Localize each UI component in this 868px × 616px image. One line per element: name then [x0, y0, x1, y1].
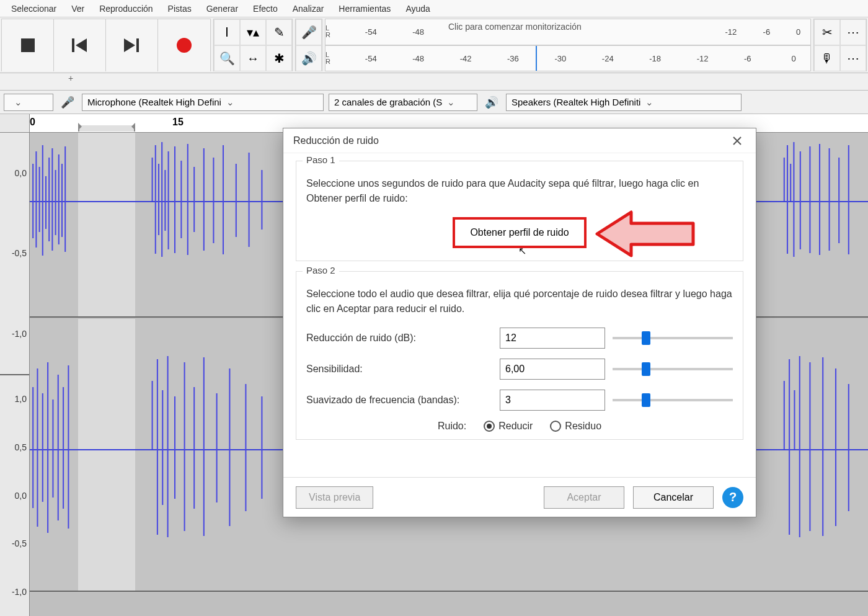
- draw-tool-icon[interactable]: ✎: [266, 19, 292, 45]
- preview-button[interactable]: Vista previa: [296, 486, 373, 509]
- sensitivity-slider[interactable]: [613, 362, 733, 377]
- chevron-down-icon: ⌄: [447, 97, 455, 108]
- recording-channels-combo[interactable]: 2 canales de grabación (S⌄: [329, 94, 477, 111]
- noise-reduction-label: Reducción de ruido (dB):: [306, 333, 492, 344]
- lr-labels: LR: [326, 51, 337, 65]
- dialog-titlebar[interactable]: Reducción de ruido: [283, 128, 756, 153]
- scale-label: -0,5: [12, 248, 27, 258]
- playback-device-combo[interactable]: Speakers (Realtek High Definiti⌄: [506, 94, 742, 111]
- ruler-tick: 0: [30, 117, 35, 128]
- monitor-hint[interactable]: Clic para comenzar monitorización: [448, 22, 582, 32]
- radio-unchecked-icon: [550, 421, 561, 432]
- record-button[interactable]: [158, 19, 210, 71]
- scale-label: -1,0: [12, 329, 27, 339]
- meter-tick: -24: [602, 53, 614, 63]
- edit-tools: Ⅰ ▾▴ ✎ 🔍 ↔ ✱: [213, 19, 293, 71]
- more-icon[interactable]: ⋯: [840, 19, 866, 45]
- sensitivity-input[interactable]: [500, 359, 605, 380]
- step1-text: Seleccione unos segundos de ruido para q…: [306, 176, 733, 206]
- smoothing-input[interactable]: [500, 390, 605, 411]
- audio-host-combo[interactable]: ⌄: [4, 94, 53, 111]
- recording-meter[interactable]: LR -54 -48 Clic para comenzar monitoriza…: [325, 19, 811, 45]
- selection-tool-icon[interactable]: Ⅰ: [214, 19, 240, 45]
- radio-residue[interactable]: Residuo: [550, 421, 601, 432]
- menu-ayuda[interactable]: Ayuda: [398, 1, 437, 16]
- close-button[interactable]: [728, 132, 746, 150]
- svg-marker-3: [124, 38, 135, 52]
- scale-label: 0,0: [15, 168, 27, 178]
- ruler-corner: [0, 114, 30, 133]
- multi-tool-icon[interactable]: ✱: [266, 45, 292, 71]
- radio-reduce[interactable]: Reducir: [484, 421, 533, 432]
- step1-legend: Paso 1: [303, 154, 339, 165]
- scale-label: -1,0: [12, 587, 27, 597]
- help-button[interactable]: ?: [722, 487, 743, 508]
- noise-reduction-input[interactable]: [500, 328, 605, 349]
- dialog-title: Reducción de ruido: [293, 135, 379, 146]
- meter-tick: -6: [744, 53, 751, 63]
- clip-tools: ✂ ⋯ 🎙 ⋯: [813, 19, 867, 71]
- recording-device-combo[interactable]: Microphone (Realtek High Defini⌄: [82, 94, 324, 111]
- overflow-icon[interactable]: ⋯: [840, 45, 866, 71]
- menu-ver[interactable]: Ver: [64, 1, 92, 16]
- skip-end-button[interactable]: [106, 19, 158, 71]
- step2-text: Seleccione todo el audio que desea filtr…: [306, 287, 733, 316]
- mic-icon[interactable]: 🎤: [296, 19, 322, 45]
- toolbar: Ⅰ ▾▴ ✎ 🔍 ↔ ✱ 🎤 🔊 LR -54 -48 Clic para co…: [0, 17, 868, 73]
- menu-reproduccion[interactable]: Reproducción: [92, 1, 160, 16]
- menu-analizar[interactable]: Analizar: [285, 1, 332, 16]
- stop-button[interactable]: [2, 19, 54, 71]
- menu-bar: Seleccionar Ver Reproducción Pistas Gene…: [0, 0, 868, 17]
- menu-generar[interactable]: Generar: [199, 1, 246, 16]
- ruler-tick: 15: [172, 117, 184, 128]
- smoothing-label: Suavizado de frecuencia (bandas):: [306, 395, 492, 406]
- scale-label: -0,5: [12, 538, 27, 548]
- noise-reduction-dialog: Reducción de ruido Paso 1 Seleccione uno…: [283, 128, 756, 517]
- noise-reduction-slider[interactable]: [613, 331, 733, 346]
- close-icon: [733, 136, 742, 145]
- menu-herramientas[interactable]: Herramientas: [331, 1, 398, 16]
- meters: LR -54 -48 Clic para comenzar monitoriza…: [325, 19, 811, 71]
- chevron-down-icon: ⌄: [226, 97, 234, 108]
- mic-small-icon[interactable]: 🎙: [814, 45, 840, 71]
- meter-tick: 0: [791, 53, 795, 63]
- get-noise-profile-button[interactable]: Obtener perfil de ruido: [453, 217, 586, 248]
- meter-tick: 0: [796, 27, 800, 37]
- device-toolbar: ⌄ 🎤 Microphone (Realtek High Defini⌄ 2 c…: [0, 91, 868, 114]
- smoothing-slider[interactable]: [613, 393, 733, 408]
- menu-efecto[interactable]: Efecto: [246, 1, 285, 16]
- sensitivity-label: Sensibilidad:: [306, 364, 492, 375]
- accept-button[interactable]: Aceptar: [544, 486, 624, 509]
- meter-tick: -54: [365, 53, 377, 63]
- scale-label: 0,0: [15, 491, 27, 501]
- playback-meter[interactable]: LR -54 -48 -42 -36 -30 -24 -18 -12 -6 0: [325, 45, 811, 72]
- svg-rect-0: [21, 38, 35, 52]
- menu-seleccionar[interactable]: Seleccionar: [4, 1, 64, 16]
- scale-label: 0,5: [15, 442, 27, 452]
- meter-tick: -12: [725, 27, 737, 37]
- scale-label: 1,0: [15, 394, 27, 404]
- ruler-selection[interactable]: [78, 125, 135, 132]
- zoom-tool-icon[interactable]: 🔍: [214, 45, 240, 71]
- meter-tick: -48: [412, 27, 424, 37]
- pin-bar: +: [0, 73, 868, 91]
- cancel-button[interactable]: Cancelar: [633, 486, 714, 509]
- envelope-tool-icon[interactable]: ▾▴: [240, 19, 266, 45]
- cut-icon[interactable]: ✂: [814, 19, 840, 45]
- dialog-footer: Vista previa Aceptar Cancelar ?: [283, 477, 756, 517]
- pin-plus-icon[interactable]: +: [68, 73, 73, 83]
- menu-pistas[interactable]: Pistas: [161, 1, 199, 16]
- meter-tick: -18: [649, 53, 661, 63]
- meter-tick: -36: [507, 53, 519, 63]
- skip-start-button[interactable]: [54, 19, 106, 71]
- chevron-down-icon: ⌄: [14, 97, 22, 108]
- speaker-icon: 🔊: [482, 96, 501, 109]
- svg-rect-4: [136, 38, 139, 52]
- timeshift-tool-icon[interactable]: ↔: [240, 45, 266, 71]
- chevron-down-icon: ⌄: [645, 97, 653, 108]
- transport-controls: [1, 19, 211, 71]
- speaker-icon[interactable]: 🔊: [296, 45, 322, 71]
- meter-tick: -54: [365, 27, 377, 37]
- mic-icon: 🎤: [58, 96, 77, 109]
- meter-tick: -48: [412, 53, 424, 63]
